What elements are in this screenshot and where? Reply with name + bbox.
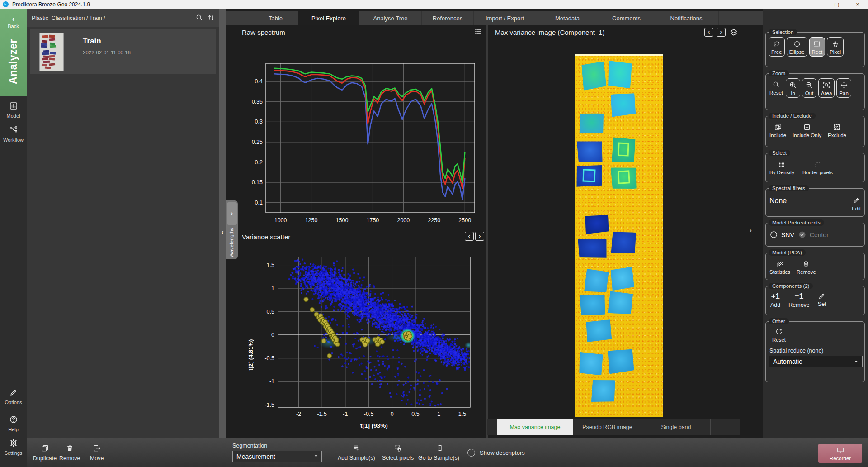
collapse-left-icon[interactable]: ‹	[219, 229, 226, 236]
svg-text:-1.5: -1.5	[317, 411, 327, 417]
pretreatment-snv-toggle[interactable]: SNV	[769, 230, 794, 239]
tab-import-export[interactable]: Import / Export	[474, 11, 536, 25]
raw-spectrum-chart[interactable]: 0.10.150.20.250.30.350.41000125015001750…	[244, 27, 486, 231]
pencil-icon	[852, 196, 860, 205]
back-button[interactable]: ‹ Back Analyzer	[0, 9, 27, 96]
edit-label: Edit	[852, 206, 861, 211]
image-hot-edge	[575, 54, 663, 56]
select-border-pixels-button[interactable]: Border pixels	[802, 158, 834, 176]
tab-analyse-tree[interactable]: Analyse Tree	[359, 11, 422, 25]
select-pixels-button[interactable]: Select pixels	[382, 444, 414, 461]
svg-text:0.3: 0.3	[255, 119, 263, 125]
selection-rect-button[interactable]: Rect	[809, 37, 826, 57]
recorder-button[interactable]: Recorder	[818, 444, 862, 463]
max-variance-image[interactable]	[575, 54, 663, 417]
density-icon	[778, 160, 786, 168]
bottom-toolbar: DuplicateRemoveMove Segmentation Measure…	[27, 438, 868, 467]
svg-text:2500: 2500	[458, 217, 471, 224]
move-button[interactable]: Move	[90, 444, 104, 462]
segmentation-dropdown[interactable]: Measurement	[232, 451, 322, 462]
pca-statistics-button[interactable]: Statistics	[769, 257, 791, 276]
trash-icon	[66, 444, 74, 454]
zoom-reset-button[interactable]: Reset	[769, 78, 784, 97]
browser-header: Plastic_Classification / Train /	[27, 9, 219, 27]
search-icon[interactable]	[195, 14, 203, 24]
selection-pixel-button[interactable]: Pixel	[827, 37, 844, 57]
selection-free-button[interactable]: Free	[769, 37, 785, 57]
tab-references[interactable]: References	[422, 11, 474, 25]
tab-notifications[interactable]: Notifications	[654, 11, 719, 25]
zoom-in-button[interactable]: In	[786, 78, 800, 98]
tab-table[interactable]: Table	[253, 11, 298, 25]
svg-text:1000: 1000	[274, 217, 287, 224]
pretreatments-group: Model Pretreatments SNVCenter	[765, 219, 865, 247]
image-next-button[interactable]: ›	[717, 28, 726, 37]
components-set-button[interactable]: Set	[817, 291, 827, 308]
pca-remove-button[interactable]: Remove	[796, 257, 817, 276]
collapse-right-icon[interactable]: ›	[750, 226, 752, 234]
sidebar-item-model[interactable]: Model	[0, 101, 27, 119]
pretreatment-center-toggle[interactable]: Center	[798, 230, 829, 239]
sidebar-item-workflow[interactable]: Workflow	[0, 125, 27, 143]
components-add-button[interactable]: +1Add	[769, 291, 781, 309]
back-label: Back	[0, 24, 27, 29]
show-descriptors-radio[interactable]	[467, 449, 475, 457]
maximize-button[interactable]: ▢	[826, 0, 847, 9]
sidebar-item-help[interactable]: Help	[0, 415, 27, 432]
selection-ellipse-button[interactable]: Ellipse	[787, 37, 807, 57]
image-prev-button[interactable]: ‹	[704, 28, 713, 37]
svg-text:0.4: 0.4	[255, 78, 263, 85]
svg-text:0.1: 0.1	[255, 200, 263, 206]
wavelengths-panel-tab[interactable]: › Wavelengths	[226, 200, 238, 259]
sidebar-item-settings[interactable]: Settings	[0, 438, 27, 456]
reset-view-button[interactable]: Reset	[769, 325, 789, 344]
edit-filters-button[interactable]: Edit	[851, 194, 862, 213]
variance-scatter-chart[interactable]: -1.5-1-0.500.511.5-2-1.5-1-0.500.511.5t[…	[244, 235, 486, 434]
image-tab-max-variance-image[interactable]: Max variance image	[497, 419, 573, 435]
close-button[interactable]: ×	[847, 0, 868, 9]
sidebar-item-options[interactable]: Options	[0, 388, 27, 405]
minimize-button[interactable]: –	[806, 0, 826, 9]
gear-icon	[9, 441, 18, 449]
goto-samples-button[interactable]: Go to Sample(s)	[418, 444, 459, 461]
duplicate-button[interactable]: Duplicate	[33, 444, 57, 462]
zoom-area-button[interactable]: Area	[818, 78, 835, 98]
svg-text:0.35: 0.35	[252, 99, 263, 105]
image-panel-title: Max variance image (Component 1)	[495, 29, 605, 36]
layers-icon[interactable]	[729, 28, 739, 39]
panel-splitter[interactable]: ‹	[219, 9, 226, 438]
add-samples-button[interactable]: Add Sample(s)	[338, 444, 375, 461]
include-exclude-button[interactable]: Exclude	[827, 121, 847, 139]
svg-text:1750: 1750	[367, 217, 379, 224]
image-tab-single-band[interactable]: Single band	[642, 419, 711, 435]
plastic-piece	[608, 291, 633, 315]
sort-icon[interactable]	[207, 14, 215, 24]
spectral-filters-legend: Spectral filters	[769, 185, 809, 191]
zoom-pan-button[interactable]: Pan	[836, 78, 851, 98]
tab-pixel-explore[interactable]: Pixel Explore	[298, 11, 359, 25]
tab-metadata[interactable]: Metadata	[536, 11, 599, 25]
include-icon	[774, 123, 782, 131]
expand-right-icon[interactable]: ›	[227, 202, 237, 225]
breadcrumb[interactable]: Plastic_Classification / Train /	[32, 15, 105, 21]
list-item-train[interactable]: Train 2022-02-01 11:00:16	[30, 29, 216, 74]
hand-icon	[831, 40, 840, 48]
zoom-out-button[interactable]: Out	[802, 78, 816, 98]
svg-text:-1: -1	[269, 378, 274, 385]
spatial-reduce-value: Automatic	[773, 358, 802, 365]
image-tab-pseudo-rgb-image[interactable]: Pseudo RGB image	[573, 419, 642, 435]
tab-comments[interactable]: Comments	[599, 11, 654, 25]
remove-button[interactable]: Remove	[59, 444, 80, 462]
select-by-density-button[interactable]: By Density	[769, 158, 795, 176]
include-include-button[interactable]: Include	[769, 121, 787, 139]
zoom-icon	[772, 81, 780, 89]
include-exclude-legend: Include / Exclude	[769, 113, 816, 119]
spatial-reduce-dropdown[interactable]: Automatic	[769, 356, 863, 367]
components-remove-button[interactable]: −1Remove	[788, 291, 811, 309]
chart-icon	[9, 104, 18, 112]
app-window: b. Prediktera Breeze Geo 2024.1.9 – ▢ × …	[0, 0, 868, 467]
goto-samples-icon	[435, 444, 443, 453]
include-include-only-button[interactable]: Include Only	[792, 121, 822, 139]
zoomarea-icon	[822, 81, 830, 89]
toolbar-separator	[464, 442, 464, 463]
